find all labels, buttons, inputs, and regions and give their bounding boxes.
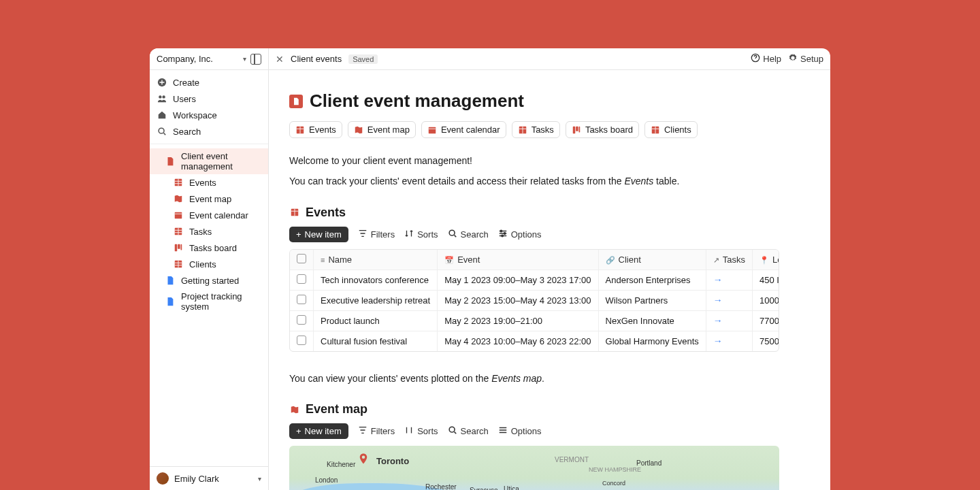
- cell-name[interactable]: Product launch: [314, 310, 438, 331]
- row-checkbox[interactable]: [290, 270, 314, 290]
- filters-button[interactable]: Filters: [358, 425, 395, 437]
- cell-client[interactable]: Wilson Partners: [598, 290, 706, 310]
- sidebar-item-project-tracking[interactable]: Project tracking system: [150, 289, 268, 314]
- table-search-button[interactable]: Search: [448, 229, 489, 240]
- col-client[interactable]: 🔗Client: [598, 250, 706, 270]
- sidebar-item-workspace[interactable]: Workspace: [150, 107, 268, 123]
- cell-client[interactable]: Anderson Enterprises: [598, 270, 706, 290]
- gear-icon: [788, 53, 798, 65]
- cell-location[interactable]: 7500 Cultural Plaza, Arts D: [753, 331, 779, 351]
- toggle-sidebar-icon[interactable]: [250, 54, 261, 65]
- col-name[interactable]: ≡Name: [314, 250, 438, 270]
- cell-tasks[interactable]: →: [706, 331, 752, 351]
- company-name: Company, Inc.: [157, 54, 213, 64]
- page-title: Client event management: [310, 91, 524, 112]
- svg-point-2: [162, 95, 165, 98]
- calendar-icon: 📅: [444, 256, 454, 264]
- map-toolbar: + New item Filters Sorts Search: [289, 423, 779, 439]
- workspace-switcher[interactable]: Company, Inc. ▾: [150, 48, 268, 70]
- arrow-right-icon: →: [713, 295, 723, 306]
- cell-event[interactable]: May 2 2023 15:00–May 4 2023 13:00: [438, 290, 598, 310]
- svg-point-3: [159, 128, 164, 133]
- table-row[interactable]: Executive leadership retreatMay 2 2023 1…: [290, 290, 779, 310]
- new-item-button[interactable]: + New item: [289, 227, 348, 242]
- chip-clients[interactable]: Clients: [644, 121, 698, 138]
- sidebar-item-client-event-management[interactable]: Client event management: [150, 148, 268, 174]
- col-location[interactable]: 📍Location: [753, 250, 779, 270]
- row-checkbox[interactable]: [290, 310, 314, 331]
- sidebar-nav: Create Users Workspace Search: [150, 70, 268, 144]
- sidebar-item-clients[interactable]: Clients: [150, 256, 268, 272]
- sidebar-item-label: Event map: [189, 194, 231, 204]
- close-tab-button[interactable]: ✕: [276, 54, 284, 65]
- document-icon: [165, 156, 176, 167]
- cell-name[interactable]: Tech innovators conference: [314, 270, 438, 290]
- svg-rect-8: [178, 244, 180, 249]
- help-button[interactable]: Help: [751, 53, 781, 65]
- select-all-header[interactable]: [290, 250, 314, 270]
- cell-event[interactable]: May 4 2023 10:00–May 6 2023 22:00: [438, 331, 598, 351]
- map-label-nh: NEW HAMPSHIRE: [589, 466, 641, 473]
- map-heading: Event map: [306, 402, 368, 416]
- col-tasks[interactable]: ↗Tasks: [706, 250, 752, 270]
- sidebar-item-event-calendar[interactable]: Event calendar: [150, 207, 268, 223]
- plus-icon: +: [296, 426, 301, 436]
- cell-tasks[interactable]: →: [706, 270, 752, 290]
- sidebar-item-users[interactable]: Users: [150, 91, 268, 107]
- user-menu[interactable]: Emily Clark ▾: [150, 466, 268, 490]
- table-row[interactable]: Tech innovators conferenceMay 1 2023 09:…: [290, 270, 779, 290]
- chip-events[interactable]: Events: [289, 121, 342, 138]
- table-search-button[interactable]: Search: [448, 425, 489, 437]
- events-toolbar: + New item Filters Sorts Search: [289, 227, 779, 242]
- sidebar-item-events[interactable]: Events: [150, 174, 268, 191]
- help-label: Help: [763, 54, 781, 64]
- svg-point-21: [500, 230, 502, 232]
- svg-rect-15: [573, 126, 576, 133]
- map-pin-icon[interactable]: [357, 453, 370, 465]
- row-checkbox[interactable]: [290, 331, 314, 351]
- row-checkbox[interactable]: [290, 290, 314, 310]
- chip-label: Clients: [664, 125, 691, 135]
- cell-name[interactable]: Executive leadership retreat: [314, 290, 438, 310]
- sidebar-item-event-map[interactable]: Event map: [150, 191, 268, 207]
- cell-location[interactable]: 7700 Retro Road, Classic A: [753, 310, 779, 331]
- content-scroll[interactable]: Client event management Events Event map…: [269, 70, 830, 490]
- map-label-portland: Portland: [636, 459, 662, 467]
- cell-event[interactable]: May 2 2023 19:00–21:00: [438, 310, 598, 331]
- new-item-button[interactable]: + New item: [289, 423, 348, 439]
- cell-location[interactable]: 450 Innovation Drive, Tech: [753, 270, 779, 290]
- table-row[interactable]: Cultural fusion festivalMay 4 2023 10:00…: [290, 331, 779, 351]
- cell-name[interactable]: Cultural fusion festival: [314, 331, 438, 351]
- chip-event-calendar[interactable]: Event calendar: [421, 121, 506, 138]
- svg-rect-17: [578, 126, 580, 132]
- sorts-button[interactable]: Sorts: [404, 229, 438, 240]
- chip-tasks[interactable]: Tasks: [512, 121, 560, 138]
- options-button[interactable]: Options: [498, 229, 542, 240]
- table-row[interactable]: Product launchMay 2 2023 19:00–21:00NexG…: [290, 310, 779, 331]
- options-button[interactable]: Options: [498, 425, 542, 437]
- page-title-row: Client event management: [289, 91, 779, 112]
- cell-client[interactable]: Global Harmony Events: [598, 331, 706, 351]
- chip-event-map[interactable]: Event map: [348, 121, 416, 138]
- filters-button[interactable]: Filters: [358, 229, 395, 240]
- sorts-button[interactable]: Sorts: [404, 425, 438, 437]
- event-map[interactable]: Toronto Kitchener London Buffalo Rochest…: [289, 446, 779, 490]
- col-event[interactable]: 📅Event: [438, 250, 598, 270]
- setup-button[interactable]: Setup: [788, 53, 823, 65]
- sidebar-item-tasks[interactable]: Tasks: [150, 223, 268, 240]
- sidebar-item-label: Search: [173, 127, 201, 137]
- cell-tasks[interactable]: →: [706, 290, 752, 310]
- sidebar-item-tasks-board[interactable]: Tasks board: [150, 240, 268, 256]
- intro-text: Welcome to your client event management!…: [289, 153, 779, 189]
- sidebar-item-getting-started[interactable]: Getting started: [150, 272, 268, 289]
- cell-tasks[interactable]: →: [706, 310, 752, 331]
- cell-location[interactable]: 1000 Executive Lane, Sum: [753, 290, 779, 310]
- table-header-row: ≡Name 📅Event 🔗Client ↗Tasks 📍Location: [290, 250, 779, 270]
- sidebar-item-search[interactable]: Search: [150, 123, 268, 140]
- tab-title[interactable]: Client events: [291, 54, 342, 64]
- cell-client[interactable]: NexGen Innovate: [598, 310, 706, 331]
- calendar-icon: [173, 210, 184, 220]
- chip-tasks-board[interactable]: Tasks board: [566, 121, 639, 138]
- sidebar-item-create[interactable]: Create: [150, 74, 268, 91]
- cell-event[interactable]: May 1 2023 09:00–May 3 2023 17:00: [438, 270, 598, 290]
